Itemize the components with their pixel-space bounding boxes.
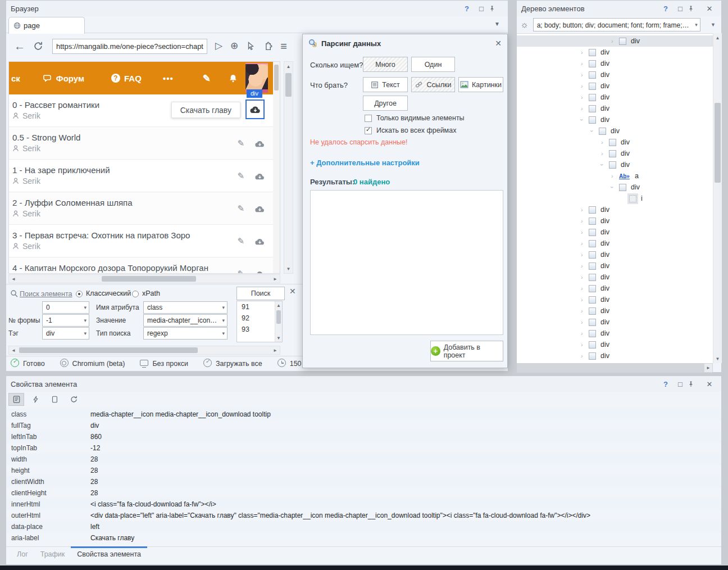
tree-node[interactable]: div bbox=[517, 114, 713, 125]
tree-node[interactable]: div bbox=[517, 339, 713, 350]
text-button[interactable]: Текст bbox=[363, 77, 408, 92]
highlighted-download-button[interactable] bbox=[245, 99, 265, 119]
only-visible-checkbox[interactable]: Только видимые элементы bbox=[365, 114, 465, 122]
chevron-icon[interactable] bbox=[581, 71, 589, 78]
tab-list-dropdown-icon[interactable]: ▼ bbox=[494, 21, 500, 27]
status-item[interactable]: Готово bbox=[11, 359, 45, 369]
extensions-icon[interactable] bbox=[263, 42, 272, 51]
properties-view-button[interactable] bbox=[8, 393, 24, 406]
attr-name-combo[interactable]: class bbox=[143, 301, 228, 314]
edit-chapter-icon[interactable]: ✎ bbox=[237, 138, 244, 148]
results-list-scrollbar[interactable]: ▲ ▼ bbox=[275, 301, 282, 342]
chevron-icon[interactable] bbox=[601, 161, 609, 168]
chevron-icon[interactable] bbox=[611, 38, 619, 44]
tree-node[interactable]: div bbox=[517, 249, 713, 260]
bottom-tab[interactable]: Трафик bbox=[34, 547, 71, 562]
chevron-icon[interactable] bbox=[581, 352, 589, 359]
chevron-icon[interactable] bbox=[581, 240, 589, 247]
chevron-icon[interactable] bbox=[601, 150, 609, 157]
url-input[interactable] bbox=[52, 39, 207, 54]
property-row[interactable]: topInTab -12 bbox=[6, 442, 721, 454]
target-plus-icon[interactable]: ⊕ bbox=[230, 40, 238, 52]
chevron-icon[interactable] bbox=[581, 307, 589, 314]
finder-horizontal-scrollbar[interactable]: ◄ ► bbox=[8, 346, 280, 355]
tree-node[interactable]: div bbox=[517, 69, 713, 80]
scroll-right-icon[interactable]: ► bbox=[271, 275, 279, 282]
pin-icon[interactable] bbox=[489, 5, 503, 12]
other-button[interactable]: Другое bbox=[363, 96, 408, 111]
value-combo[interactable]: media-chapter__icon\media-c bbox=[143, 314, 228, 327]
many-button[interactable]: Много bbox=[363, 57, 408, 72]
element-picker-icon[interactable] bbox=[246, 42, 255, 51]
maximize-icon[interactable]: □ bbox=[474, 4, 489, 13]
filter-settings-icon[interactable]: ☼ bbox=[520, 20, 529, 30]
chevron-icon[interactable] bbox=[581, 116, 589, 123]
scroll-up-icon[interactable]: ▲ bbox=[276, 302, 281, 309]
property-row[interactable]: height 28 bbox=[6, 465, 721, 476]
download-chapter-icon[interactable] bbox=[254, 139, 265, 148]
status-item[interactable]: 150 bbox=[277, 359, 302, 369]
tree-node[interactable]: div bbox=[517, 58, 713, 69]
viewport-vertical-scrollbar[interactable]: ▲ ▼ bbox=[284, 61, 293, 274]
dialog-close-icon[interactable]: ✕ bbox=[495, 39, 502, 48]
tree-node[interactable]: div bbox=[517, 80, 713, 92]
tree-node[interactable]: div bbox=[517, 204, 713, 215]
scroll-down-icon[interactable]: ▼ bbox=[714, 355, 721, 363]
radio-xpath[interactable] bbox=[132, 291, 139, 297]
finder-link[interactable]: Поиск элемента bbox=[20, 290, 72, 298]
site-nav-search-partial[interactable]: ск bbox=[11, 74, 20, 83]
links-button[interactable]: Ссылки bbox=[411, 77, 455, 92]
browser-tab-page[interactable]: page bbox=[8, 17, 85, 34]
tree-node[interactable]: div bbox=[517, 148, 713, 159]
chapter-row[interactable]: 0.5 - Strong World Serik ✎ bbox=[9, 127, 273, 160]
chevron-icon[interactable] bbox=[581, 83, 589, 89]
property-row[interactable]: width 28 bbox=[6, 454, 721, 465]
finder-close-icon[interactable]: ✕ bbox=[289, 287, 296, 296]
tree-node[interactable]: div bbox=[517, 35, 713, 47]
tag-combo[interactable]: div bbox=[42, 327, 89, 340]
chevron-icon[interactable] bbox=[581, 218, 589, 224]
tree-node[interactable]: div bbox=[517, 47, 713, 58]
tree-node[interactable]: div bbox=[517, 137, 713, 148]
chapter-row[interactable]: 4 - Капитан Морского дозора Топорорукий … bbox=[9, 257, 273, 274]
close-icon[interactable]: ✕ bbox=[702, 4, 717, 13]
results-index-list[interactable]: 919293 ▲ ▼ bbox=[236, 301, 283, 342]
maximize-icon[interactable]: □ bbox=[673, 380, 688, 388]
chevron-icon[interactable] bbox=[581, 319, 589, 325]
download-chapter-icon[interactable] bbox=[254, 237, 265, 246]
tree-node[interactable]: div bbox=[517, 305, 713, 316]
notifications-bell-icon[interactable] bbox=[229, 74, 238, 83]
scroll-left-icon[interactable]: ◄ bbox=[10, 275, 17, 282]
chevron-icon[interactable] bbox=[581, 206, 589, 213]
edit-chapter-icon[interactable]: ✎ bbox=[237, 269, 244, 274]
site-nav-faq[interactable]: ? FAQ bbox=[111, 74, 142, 83]
scroll-down-icon[interactable]: ▼ bbox=[285, 265, 292, 273]
property-row[interactable]: aria-label Скачать главу bbox=[6, 532, 721, 544]
property-row[interactable]: class media-chapter__icon media-chapter_… bbox=[6, 409, 721, 420]
site-nav-more[interactable]: ••• bbox=[163, 74, 174, 83]
download-chapter-icon[interactable] bbox=[254, 172, 265, 180]
chevron-icon[interactable] bbox=[581, 229, 589, 236]
chevron-icon[interactable] bbox=[581, 330, 589, 337]
status-item[interactable]: Без прокси bbox=[140, 360, 188, 368]
tree-node[interactable]: i bbox=[517, 193, 713, 204]
chevron-icon[interactable] bbox=[581, 94, 589, 101]
download-chapter-icon[interactable] bbox=[254, 205, 265, 213]
tree-node[interactable]: div bbox=[517, 272, 713, 283]
tree-node[interactable]: div bbox=[517, 103, 713, 114]
chevron-icon[interactable] bbox=[581, 274, 589, 281]
user-avatar[interactable] bbox=[245, 63, 268, 93]
chevron-icon[interactable] bbox=[581, 105, 589, 112]
close-icon[interactable]: ✕ bbox=[702, 380, 717, 388]
scroll-up-icon[interactable]: ▲ bbox=[285, 62, 292, 70]
refresh-button[interactable] bbox=[66, 393, 81, 406]
property-row[interactable]: fullTag div bbox=[6, 420, 721, 431]
chevron-icon[interactable] bbox=[581, 60, 589, 67]
maximize-icon[interactable]: □ bbox=[673, 4, 688, 13]
radio-xpath-label[interactable]: xPath bbox=[142, 289, 160, 297]
chevron-icon[interactable] bbox=[581, 341, 589, 348]
bottom-tab[interactable]: Свойства элемента bbox=[71, 547, 147, 562]
scroll-right-icon[interactable]: ► bbox=[271, 347, 279, 354]
viewport-horizontal-scrollbar[interactable]: ◄ ► bbox=[8, 274, 280, 283]
search-type-combo[interactable]: regexp bbox=[143, 327, 228, 340]
